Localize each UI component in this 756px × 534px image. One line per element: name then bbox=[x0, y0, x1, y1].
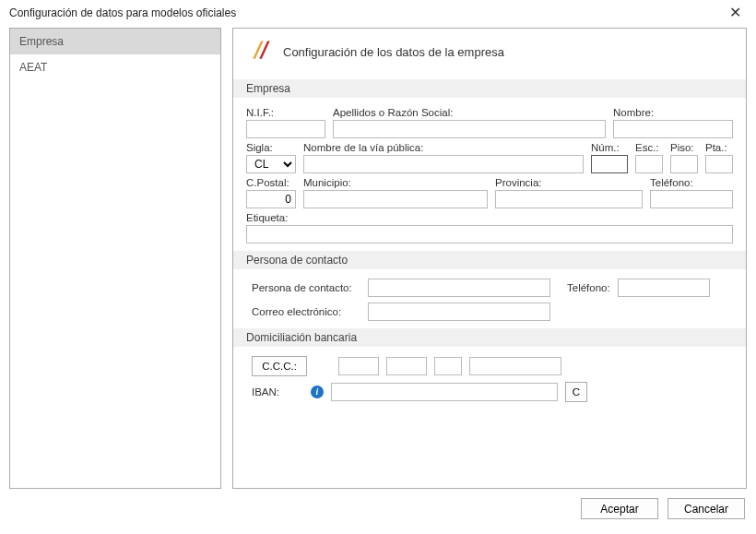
contacto-telefono-label: Teléfono: bbox=[567, 282, 610, 293]
info-icon[interactable]: i bbox=[311, 386, 324, 398]
provincia-label: Provincia: bbox=[495, 177, 643, 188]
contacto-persona-input[interactable] bbox=[368, 279, 550, 297]
ccc-button[interactable]: C.C.C.: bbox=[252, 356, 307, 376]
section-empresa-title: Empresa bbox=[233, 79, 746, 98]
sigla-label: Sigla: bbox=[246, 142, 296, 153]
municipio-input[interactable] bbox=[303, 190, 488, 208]
via-label: Nombre de la vía pública: bbox=[303, 142, 584, 153]
telefono-input[interactable] bbox=[650, 190, 733, 208]
esc-input[interactable] bbox=[635, 155, 663, 173]
etiqueta-input[interactable] bbox=[246, 225, 733, 243]
num-label: Núm.: bbox=[591, 142, 628, 153]
etiqueta-label: Etiqueta: bbox=[246, 212, 733, 223]
aeat-logo-icon bbox=[248, 38, 274, 66]
ccc-b3-input[interactable] bbox=[434, 357, 462, 375]
cancel-button[interactable]: Cancelar bbox=[667, 498, 745, 519]
sidebar-item-empresa[interactable]: Empresa bbox=[10, 29, 220, 54]
nif-input[interactable] bbox=[246, 120, 325, 138]
num-input[interactable] bbox=[591, 155, 628, 173]
panel-title: Configuración de los datos de la empresa bbox=[283, 45, 504, 59]
ccc-b4-input[interactable] bbox=[469, 357, 561, 375]
accept-button[interactable]: Aceptar bbox=[581, 498, 658, 519]
nombre-label: Nombre: bbox=[613, 107, 733, 118]
contacto-telefono-input[interactable] bbox=[618, 279, 710, 297]
ccc-b1-input[interactable] bbox=[338, 357, 379, 375]
nombre-input[interactable] bbox=[613, 120, 733, 138]
contacto-persona-label: Persona de contacto: bbox=[252, 282, 360, 293]
sidebar: Empresa AEAT bbox=[9, 28, 221, 489]
sidebar-item-aeat[interactable]: AEAT bbox=[10, 54, 220, 80]
via-input[interactable] bbox=[303, 155, 584, 173]
iban-input[interactable] bbox=[331, 383, 558, 401]
piso-input[interactable] bbox=[670, 155, 698, 173]
ccc-b2-input[interactable] bbox=[386, 357, 427, 375]
cpostal-label: C.Postal: bbox=[246, 177, 296, 188]
iban-calc-button[interactable]: C bbox=[565, 382, 587, 402]
contacto-correo-input[interactable] bbox=[368, 303, 550, 321]
window-title: Configuración de datos para modelos ofic… bbox=[9, 6, 236, 19]
pta-input[interactable] bbox=[705, 155, 733, 173]
iban-label: IBAN: bbox=[252, 386, 303, 398]
esc-label: Esc.: bbox=[635, 142, 663, 153]
piso-label: Piso: bbox=[670, 142, 698, 153]
cpostal-input[interactable] bbox=[246, 190, 296, 208]
pta-label: Pta.: bbox=[705, 142, 733, 153]
apellidos-label: Apellidos o Razón Social: bbox=[333, 107, 606, 118]
apellidos-input[interactable] bbox=[333, 120, 606, 138]
contacto-correo-label: Correo electrónico: bbox=[252, 306, 360, 317]
section-contacto-title: Persona de contacto bbox=[233, 251, 746, 269]
close-icon[interactable]: ✕ bbox=[724, 6, 747, 20]
section-domiciliacion-title: Domiciliación bancaria bbox=[233, 328, 746, 347]
municipio-label: Municipio: bbox=[303, 177, 488, 188]
nif-label: N.I.F.: bbox=[246, 107, 325, 118]
telefono-label: Teléfono: bbox=[650, 177, 733, 188]
sigla-select[interactable]: CL bbox=[246, 155, 296, 173]
main-panel: Configuración de los datos de la empresa… bbox=[232, 28, 747, 489]
provincia-input[interactable] bbox=[495, 190, 643, 208]
